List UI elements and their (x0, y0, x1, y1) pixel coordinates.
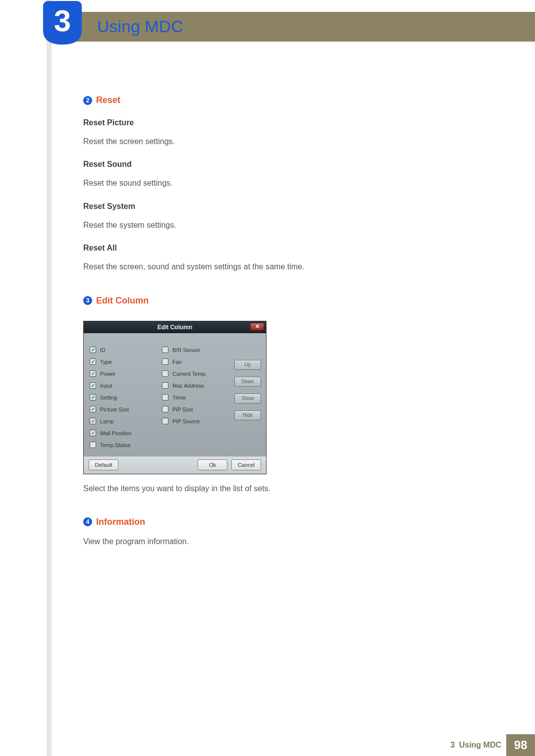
footer-chapter-number: 3 (450, 741, 455, 749)
checkbox-icon[interactable] (162, 358, 168, 365)
section-edit-column-heading: 3 Edit Column (83, 296, 450, 306)
hide-button[interactable]: Hide (234, 410, 261, 420)
list-item-label: Mac Address (172, 383, 204, 389)
list-item-label: Input (100, 383, 112, 389)
dialog-side-buttons: Up Down Show Hide (234, 344, 262, 451)
section-label: Edit Column (96, 296, 149, 306)
checkbox-icon[interactable] (90, 442, 96, 448)
section-number-badge: 2 (83, 96, 92, 105)
section-number-badge: 4 (83, 517, 92, 526)
section-number-badge: 3 (83, 296, 92, 305)
checkbox-icon[interactable] (90, 418, 96, 424)
dialog-title: Edit Column (158, 324, 193, 331)
list-item-label: Temp.Status (100, 442, 130, 448)
checkbox-icon[interactable] (162, 394, 168, 401)
side-accent-bar (47, 0, 52, 756)
list-item-label: Type (100, 359, 112, 365)
edit-column-caption: Select the items you want to display in … (83, 483, 450, 494)
list-item[interactable]: Setting (90, 392, 154, 403)
list-item-label: Timer (172, 395, 186, 401)
list-item-label: PIP Source (172, 418, 200, 424)
list-item[interactable]: PIP Size (162, 403, 226, 415)
content-area: 2 Reset Reset Picture Reset the screen s… (83, 95, 450, 547)
information-body: View the program information. (83, 536, 450, 547)
dialog-body: ID Type Power Input Setting Picture Size… (84, 333, 266, 456)
list-item-label: PIP Size (172, 406, 193, 412)
reset-system-body: Reset the system settings. (83, 220, 450, 231)
list-item[interactable]: ID (90, 344, 154, 356)
column-list-1: ID Type Power Input Setting Picture Size… (90, 344, 154, 451)
list-item[interactable]: Power (90, 368, 154, 380)
dialog-titlebar: Edit Column ✕ (84, 321, 266, 333)
list-item[interactable]: Current Temp. (162, 368, 226, 380)
checkbox-icon[interactable] (90, 370, 96, 377)
reset-sound-body: Reset the sound settings. (83, 178, 450, 189)
section-label: Reset (96, 95, 120, 105)
checkbox-icon[interactable] (90, 406, 96, 412)
up-button[interactable]: Up (234, 360, 261, 370)
list-item[interactable]: B/R Sensor (162, 344, 226, 356)
list-item-label: Wall Position (100, 430, 131, 436)
list-item-label: Current Temp. (172, 371, 207, 377)
list-item[interactable]: Mac Address (162, 380, 226, 392)
reset-all-heading: Reset All (83, 244, 450, 252)
chapter-title: Using MDC (97, 17, 183, 36)
checkbox-icon[interactable] (162, 406, 168, 412)
checkbox-icon[interactable] (162, 347, 168, 353)
list-item[interactable]: Input (90, 380, 154, 392)
list-item[interactable]: PIP Source (162, 415, 226, 427)
list-item-label: Lamp (100, 418, 114, 424)
footer-chapter-title: Using MDC (459, 741, 501, 749)
reset-system-heading: Reset System (83, 202, 450, 211)
page-footer: 3 Using MDC 98 (0, 734, 535, 756)
cancel-button[interactable]: Cancel (231, 459, 261, 470)
checkbox-icon[interactable] (90, 358, 96, 365)
ok-button[interactable]: Ok (198, 459, 227, 470)
list-item[interactable]: Temp.Status (90, 439, 154, 451)
list-item-label: Setting (100, 395, 117, 401)
close-button[interactable]: ✕ (250, 323, 264, 331)
reset-picture-heading: Reset Picture (83, 118, 450, 127)
page: 3 Using MDC 2 Reset Reset Picture Reset … (0, 0, 535, 756)
list-item[interactable]: Wall Position (90, 427, 154, 439)
list-item-label: Fan (172, 359, 182, 365)
list-item-label: Power (100, 371, 115, 377)
page-number: 98 (506, 734, 535, 756)
checkbox-icon[interactable] (90, 382, 96, 389)
list-item-label: Picture Size (100, 406, 129, 412)
reset-picture-body: Reset the screen settings. (83, 136, 450, 147)
list-item-label: B/R Sensor (172, 347, 200, 353)
reset-sound-heading: Reset Sound (83, 160, 450, 169)
list-item[interactable]: Timer (162, 392, 226, 403)
section-reset-heading: 2 Reset (83, 95, 450, 105)
checkbox-icon[interactable] (162, 370, 168, 377)
checkbox-icon[interactable] (162, 418, 168, 424)
dialog-columns: ID Type Power Input Setting Picture Size… (90, 344, 260, 451)
down-button[interactable]: Down (234, 377, 261, 387)
checkbox-icon[interactable] (162, 382, 168, 389)
list-item[interactable]: Type (90, 356, 154, 368)
reset-all-body: Reset the screen, sound and system setti… (83, 261, 450, 272)
list-item[interactable]: Lamp (90, 415, 154, 427)
default-button[interactable]: Default (89, 459, 118, 470)
edit-column-dialog: Edit Column ✕ ID Type Power Input Settin… (83, 321, 267, 474)
close-icon: ✕ (255, 323, 260, 330)
show-button[interactable]: Show (234, 394, 261, 403)
column-list-2: B/R Sensor Fan Current Temp. Mac Address… (162, 344, 226, 451)
list-item-label: ID (100, 347, 106, 353)
checkbox-icon[interactable] (90, 430, 96, 436)
section-label: Information (96, 517, 145, 527)
list-item[interactable]: Fan (162, 356, 226, 368)
dialog-footer: Default Ok Cancel (84, 456, 266, 474)
checkbox-icon[interactable] (90, 347, 96, 353)
list-item[interactable]: Picture Size (90, 403, 154, 415)
footer-chapter-ref: 3 Using MDC (450, 741, 501, 750)
checkbox-icon[interactable] (90, 394, 96, 401)
chapter-number: 3 (49, 3, 76, 38)
section-information-heading: 4 Information (83, 517, 450, 527)
